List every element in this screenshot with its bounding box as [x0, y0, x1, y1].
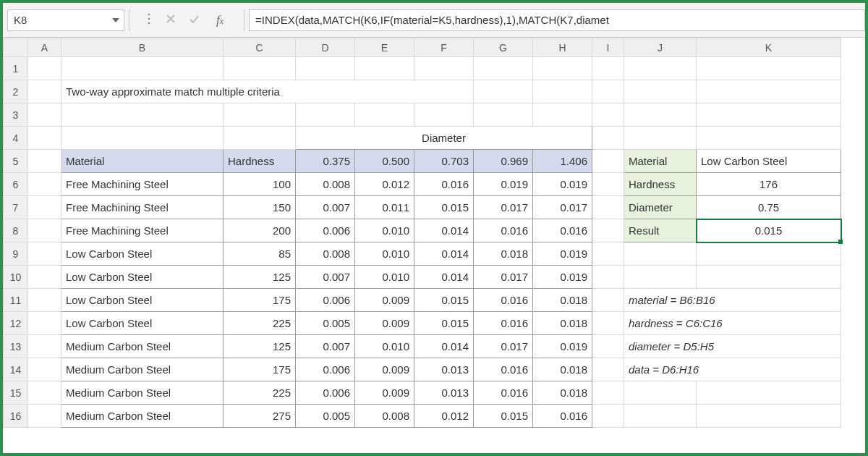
row-header[interactable]: 11	[4, 289, 28, 312]
cell[interactable]: 0.011	[355, 196, 414, 219]
enter-icon[interactable]	[189, 14, 199, 26]
cell[interactable]: 0.005	[296, 405, 355, 428]
cell[interactable]: 0.008	[355, 405, 414, 428]
cell[interactable]: Free Machining Steel	[61, 219, 224, 242]
cell[interactable]: Free Machining Steel	[61, 173, 224, 196]
lookup-label[interactable]: Material	[624, 150, 697, 173]
cell[interactable]	[592, 289, 624, 312]
cell[interactable]: Low Carbon Steel	[61, 266, 224, 289]
expand-dots-icon[interactable]	[145, 13, 153, 27]
cell[interactable]: 0.015	[414, 312, 474, 335]
cell[interactable]: 0.008	[296, 173, 355, 196]
cell[interactable]	[592, 150, 624, 173]
row-header[interactable]: 12	[4, 312, 28, 335]
row-header[interactable]: 8	[4, 219, 28, 242]
cell[interactable]: 0.017	[474, 196, 533, 219]
cell[interactable]: 0.009	[355, 289, 414, 312]
cell[interactable]: Low Carbon Steel	[61, 289, 224, 312]
cell[interactable]	[474, 57, 533, 80]
cell[interactable]	[592, 242, 624, 266]
cell[interactable]: 0.007	[296, 266, 355, 289]
cell[interactable]	[355, 104, 414, 127]
spreadsheet-grid[interactable]: A B C D E F G H I J K 1 2 Two-way approx…	[3, 38, 865, 428]
cell[interactable]: 0.500	[355, 150, 414, 173]
cell[interactable]: 0.969	[474, 150, 533, 173]
col-header[interactable]: B	[61, 38, 224, 57]
cell[interactable]	[28, 289, 61, 312]
cell[interactable]	[28, 242, 61, 266]
col-header[interactable]: C	[224, 38, 296, 57]
cell[interactable]: 0.009	[355, 381, 414, 405]
cell[interactable]: 275	[224, 405, 296, 428]
cell[interactable]: 0.007	[296, 335, 355, 358]
cell[interactable]	[697, 381, 841, 405]
cell[interactable]	[624, 80, 697, 104]
cell[interactable]	[592, 358, 624, 381]
cell[interactable]: 0.014	[414, 266, 474, 289]
cell[interactable]: 0.016	[474, 219, 533, 242]
cell[interactable]: 0.016	[533, 219, 592, 242]
cell[interactable]	[533, 80, 592, 104]
cell[interactable]: 0.016	[474, 358, 533, 381]
cell[interactable]	[624, 242, 697, 266]
cell[interactable]	[28, 196, 61, 219]
cell[interactable]: 0.015	[414, 196, 474, 219]
cell[interactable]: 0.703	[414, 150, 474, 173]
cell[interactable]	[533, 57, 592, 80]
select-all-corner[interactable]	[4, 38, 28, 57]
cell[interactable]: 0.013	[414, 381, 474, 405]
cell[interactable]: 0.019	[533, 335, 592, 358]
row-header[interactable]: 9	[4, 242, 28, 266]
cell[interactable]: 0.010	[355, 266, 414, 289]
col-header[interactable]: G	[474, 38, 533, 57]
col-header[interactable]: A	[28, 38, 61, 57]
cell[interactable]	[28, 150, 61, 173]
cell[interactable]: 0.010	[355, 335, 414, 358]
named-range[interactable]: data = D6:H16	[624, 358, 841, 381]
cell[interactable]: 0.018	[474, 242, 533, 266]
cell[interactable]	[592, 127, 624, 150]
cell[interactable]	[28, 358, 61, 381]
row-header[interactable]: 13	[4, 335, 28, 358]
cell[interactable]	[28, 335, 61, 358]
cell[interactable]: 0.375	[296, 150, 355, 173]
cell[interactable]	[697, 405, 841, 428]
cell[interactable]: 0.012	[355, 173, 414, 196]
cell[interactable]	[624, 381, 697, 405]
cell[interactable]	[474, 80, 533, 104]
cell[interactable]	[533, 104, 592, 127]
cell[interactable]: Medium Carbon Steel	[61, 358, 224, 381]
row-header[interactable]: 1	[4, 57, 28, 80]
cell[interactable]: 0.006	[296, 381, 355, 405]
cell[interactable]: 0.014	[414, 242, 474, 266]
cell[interactable]	[28, 219, 61, 242]
named-range[interactable]: diameter = D5:H5	[624, 335, 841, 358]
cell[interactable]: 0.009	[355, 358, 414, 381]
row-header[interactable]: 3	[4, 104, 28, 127]
cell[interactable]: 0.009	[355, 312, 414, 335]
cell[interactable]	[224, 57, 296, 80]
col-header[interactable]: E	[355, 38, 414, 57]
cell[interactable]: 0.018	[533, 358, 592, 381]
cell[interactable]	[28, 312, 61, 335]
cell[interactable]: 125	[224, 335, 296, 358]
cell[interactable]: 0.019	[533, 266, 592, 289]
cell[interactable]: 0.016	[533, 405, 592, 428]
diameter-header[interactable]: Diameter	[296, 127, 592, 150]
cell[interactable]	[28, 173, 61, 196]
cell[interactable]: 125	[224, 266, 296, 289]
cell[interactable]	[296, 104, 355, 127]
col-header[interactable]: D	[296, 38, 355, 57]
cell[interactable]: 0.010	[355, 242, 414, 266]
cell[interactable]: 0.017	[474, 335, 533, 358]
cell[interactable]	[624, 405, 697, 428]
cell[interactable]: 0.018	[533, 312, 592, 335]
cell[interactable]: 0.008	[296, 242, 355, 266]
col-header[interactable]: K	[697, 38, 841, 57]
cell[interactable]: 0.006	[296, 219, 355, 242]
cell[interactable]	[592, 219, 624, 242]
cell[interactable]: 0.016	[474, 312, 533, 335]
row-header[interactable]: 5	[4, 150, 28, 173]
cell[interactable]: 175	[224, 289, 296, 312]
cell[interactable]: Low Carbon Steel	[61, 312, 224, 335]
